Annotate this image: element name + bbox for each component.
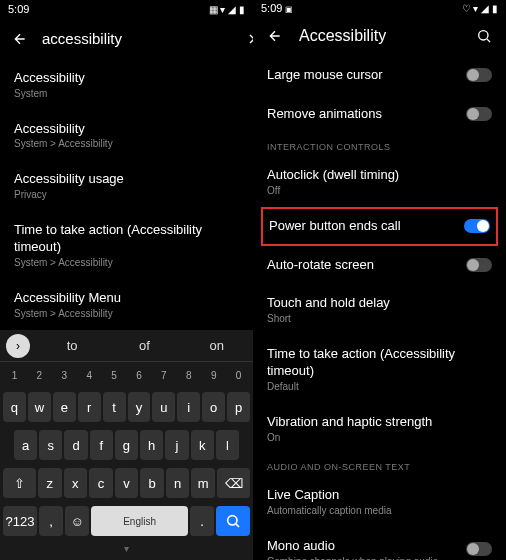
key[interactable]: t [103, 392, 126, 422]
key[interactable]: r [78, 392, 101, 422]
key[interactable]: 6 [128, 366, 151, 384]
setting-vibration[interactable]: Vibration and haptic strength On [253, 403, 506, 454]
search-result[interactable]: Accessibility Menu System > Accessibilit… [0, 279, 253, 330]
key[interactable]: 0 [227, 366, 250, 384]
search-header [0, 19, 253, 59]
key[interactable]: w [28, 392, 51, 422]
key[interactable]: z [38, 468, 62, 498]
svg-point-4 [479, 31, 488, 40]
key[interactable]: g [115, 430, 138, 460]
key[interactable]: y [128, 392, 151, 422]
search-icon[interactable] [474, 26, 494, 46]
search-key[interactable] [216, 506, 250, 536]
key[interactable]: m [191, 468, 215, 498]
status-time: 5:09 ▣ [261, 2, 293, 14]
key[interactable]: e [53, 392, 76, 422]
key[interactable]: 8 [177, 366, 200, 384]
setting-large-mouse-cursor[interactable]: Large mouse cursor [253, 56, 506, 95]
key[interactable]: a [14, 430, 37, 460]
toggle[interactable] [466, 542, 492, 556]
search-result[interactable]: Accessibility System [0, 59, 253, 110]
keyboard: › to of on 1 2 3 4 5 6 7 8 9 0 q w e r t… [0, 330, 253, 560]
status-time: 5:09 [8, 3, 29, 15]
setting-auto-rotate[interactable]: Auto-rotate screen [253, 246, 506, 285]
keyboard-row-4: ?123 , ☺ English . [0, 502, 253, 540]
key[interactable]: f [90, 430, 113, 460]
key[interactable]: d [64, 430, 87, 460]
search-result[interactable]: Time to take action (Accessibility timeo… [0, 211, 253, 279]
toggle[interactable] [464, 219, 490, 233]
symbols-key[interactable]: ?123 [3, 506, 37, 536]
key[interactable]: s [39, 430, 62, 460]
key[interactable]: c [89, 468, 113, 498]
key[interactable]: q [3, 392, 26, 422]
key[interactable]: 7 [152, 366, 175, 384]
setting-remove-animations[interactable]: Remove animations [253, 95, 506, 134]
keyboard-row-1: q w e r t y u i o p [0, 388, 253, 426]
status-bar: 5:09 ▣ ♡ ▾ ◢ ▮ [253, 0, 506, 16]
keyboard-handle[interactable]: ▾ [0, 540, 253, 556]
backspace-key[interactable]: ⌫ [217, 468, 250, 498]
key[interactable]: x [64, 468, 88, 498]
key[interactable]: 4 [78, 366, 101, 384]
key[interactable]: u [152, 392, 175, 422]
key[interactable]: i [177, 392, 200, 422]
keyboard-row-numbers: 1 2 3 4 5 6 7 8 9 0 [0, 362, 253, 388]
suggestion[interactable]: to [36, 338, 108, 353]
left-phone: 5:09 ▦ ▾ ◢ ▮ Accessibility System Access… [0, 0, 253, 560]
suggestion-expand-icon[interactable]: › [6, 334, 30, 358]
key[interactable]: 3 [53, 366, 76, 384]
search-result[interactable]: Accessibility usage Privacy [0, 160, 253, 211]
section-header: INTERACTION CONTROLS [253, 134, 506, 156]
key[interactable]: n [166, 468, 190, 498]
status-bar: 5:09 ▦ ▾ ◢ ▮ [0, 0, 253, 19]
key[interactable]: j [165, 430, 188, 460]
section-header: AUDIO AND ON-SCREEN TEXT [253, 454, 506, 476]
key[interactable]: 1 [3, 366, 26, 384]
key[interactable]: 9 [202, 366, 225, 384]
keyboard-row-3: ⇧ z x c v b n m ⌫ [0, 464, 253, 502]
setting-mono-audio[interactable]: Mono audio Combine channels when playing… [253, 527, 506, 560]
back-icon[interactable] [12, 29, 28, 49]
emoji-key[interactable]: ☺ [65, 506, 89, 536]
key[interactable]: k [191, 430, 214, 460]
key[interactable]: 5 [103, 366, 126, 384]
key[interactable]: o [202, 392, 225, 422]
setting-live-caption[interactable]: Live Caption Automatically caption media [253, 476, 506, 527]
page-header: Accessibility [253, 16, 506, 56]
keyboard-row-2: a s d f g h j k l [0, 426, 253, 464]
suggestion-row: › to of on [0, 330, 253, 362]
page-title: Accessibility [299, 27, 460, 45]
key[interactable]: 2 [28, 366, 51, 384]
toggle[interactable] [466, 107, 492, 121]
back-icon[interactable] [265, 26, 285, 46]
setting-time-to-take-action[interactable]: Time to take action (Accessibility timeo… [253, 335, 506, 403]
suggestion[interactable]: of [108, 338, 180, 353]
search-result[interactable]: Accessibility System > Accessibility [0, 110, 253, 161]
toggle[interactable] [466, 258, 492, 272]
key[interactable]: l [216, 430, 239, 460]
toggle[interactable] [466, 68, 492, 82]
setting-power-button-ends-call[interactable]: Power button ends call [261, 207, 498, 246]
clear-icon[interactable] [246, 29, 253, 49]
key[interactable]: p [227, 392, 250, 422]
key[interactable]: h [140, 430, 163, 460]
search-input[interactable] [42, 30, 232, 47]
right-phone: 5:09 ▣ ♡ ▾ ◢ ▮ Accessibility Large mouse… [253, 0, 506, 560]
suggestion[interactable]: on [181, 338, 253, 353]
period-key[interactable]: . [190, 506, 214, 536]
svg-point-3 [228, 516, 237, 525]
comma-key[interactable]: , [39, 506, 63, 536]
setting-autoclick[interactable]: Autoclick (dwell timing) Off [253, 156, 506, 207]
key[interactable]: v [115, 468, 139, 498]
shift-key[interactable]: ⇧ [3, 468, 36, 498]
status-icons: ♡ ▾ ◢ ▮ [462, 3, 498, 14]
setting-touch-hold-delay[interactable]: Touch and hold delay Short [253, 284, 506, 335]
status-icons: ▦ ▾ ◢ ▮ [209, 4, 245, 15]
space-key[interactable]: English [91, 506, 188, 536]
key[interactable]: b [140, 468, 164, 498]
